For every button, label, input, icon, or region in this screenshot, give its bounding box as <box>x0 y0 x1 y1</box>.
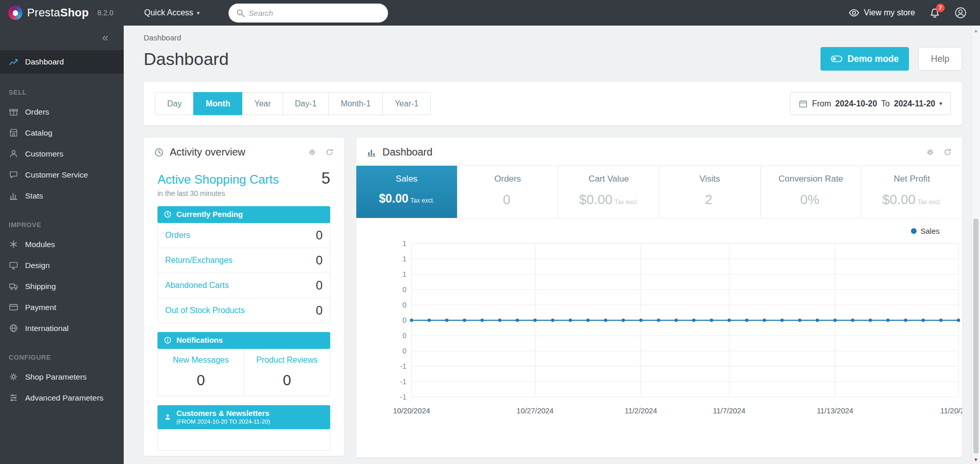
sidebar-item-dashboard[interactable]: Dashboard <box>0 50 124 74</box>
sidebar: « Dashboard SELL Orders Catalog Customer… <box>0 26 124 464</box>
sidebar-item-advanced-parameters[interactable]: Advanced Parameters <box>0 387 124 408</box>
svg-text:10/20/2024: 10/20/2024 <box>393 407 430 415</box>
search-input[interactable] <box>229 4 388 23</box>
svg-text:-1: -1 <box>400 393 407 401</box>
section-label: CONFIGURE <box>0 353 124 366</box>
eye-icon <box>849 8 859 18</box>
customers-table-placeholder <box>157 429 330 451</box>
metric-orders[interactable]: Orders 0 <box>457 166 558 218</box>
metric-sales[interactable]: Sales $0.00Tax excl. <box>356 166 457 218</box>
returns-link[interactable]: Return/Exchanges <box>165 256 233 265</box>
svg-text:0: 0 <box>402 285 406 294</box>
prestashop-logo-icon <box>8 6 22 20</box>
version-label: 8.2.0 <box>98 9 113 17</box>
pending-table: Orders 0 Return/Exchanges 0 Abandoned Ca… <box>157 223 330 323</box>
abandoned-carts-link[interactable]: Abandoned Carts <box>165 281 229 290</box>
store-icon <box>9 128 18 138</box>
scroll-down-arrow[interactable]: ▼ <box>972 457 980 462</box>
sidebar-item-modules[interactable]: Modules <box>0 234 124 255</box>
sidebar-item-international[interactable]: International <box>0 318 124 339</box>
orders-link[interactable]: Orders <box>165 231 190 240</box>
notifications-button[interactable]: 7 <box>929 8 940 18</box>
clock-icon <box>164 210 172 218</box>
sidebar-item-payment[interactable]: Payment <box>0 297 124 318</box>
sidebar-item-catalog[interactable]: Catalog <box>0 122 124 143</box>
svg-text:0: 0 <box>402 301 406 309</box>
quick-access-menu[interactable]: Quick Access ▾ <box>144 8 200 17</box>
chart-legend[interactable]: Sales <box>356 227 940 235</box>
preset-year-button[interactable]: Year <box>242 92 283 115</box>
gear-icon[interactable] <box>308 148 316 157</box>
product-reviews-cell: Product Reviews 0 <box>244 349 330 396</box>
sidebar-item-stats[interactable]: Stats <box>0 185 124 206</box>
scrollbar-thumb[interactable] <box>973 218 978 454</box>
active-shopping-carts-link[interactable]: Active Shopping Carts <box>157 172 279 187</box>
view-store-button[interactable]: View my store <box>849 8 915 18</box>
sidebar-item-customers[interactable]: Customers <box>0 143 124 164</box>
panel-title: Dashboard <box>382 146 432 158</box>
panel-title: Activity overview <box>170 146 245 158</box>
refresh-icon[interactable] <box>943 148 952 157</box>
brand[interactable]: PrestaShop 8.2.0 <box>0 6 124 20</box>
sidebar-item-design[interactable]: Design <box>0 255 124 276</box>
out-of-stock-link[interactable]: Out of Stock Products <box>165 306 245 315</box>
demo-mode-button[interactable]: Demo mode <box>821 47 909 71</box>
globe-icon <box>9 323 18 333</box>
sales-chart: 11100000-1-1-110/20/202410/27/202411/2/2… <box>362 236 962 427</box>
product-reviews-link[interactable]: Product Reviews <box>246 356 328 365</box>
sidebar-item-customer-service[interactable]: Customer Service <box>0 164 124 185</box>
preset-day-1-button[interactable]: Day-1 <box>283 92 329 115</box>
table-row: Abandoned Carts 0 <box>158 273 330 298</box>
sidebar-item-shop-parameters[interactable]: Shop Parameters <box>0 366 124 387</box>
filter-bar: Day Month Year Day-1 Month-1 Year-1 From… <box>144 82 962 125</box>
preset-day-button[interactable]: Day <box>155 92 194 115</box>
person-icon <box>9 149 18 159</box>
date-preset-group: Day Month Year Day-1 Month-1 Year-1 <box>155 92 431 115</box>
scroll-up-arrow[interactable]: ▲ <box>972 28 980 33</box>
preset-month-button[interactable]: Month <box>193 92 242 115</box>
table-row: Return/Exchanges 0 <box>158 248 330 273</box>
search-box <box>229 4 388 23</box>
modules-icon <box>9 239 18 249</box>
clock-icon <box>154 147 164 158</box>
info-icon <box>164 336 172 344</box>
breadcrumb: Dashboard <box>144 33 962 42</box>
bar-chart-icon <box>9 191 18 201</box>
toggle-icon <box>831 54 842 64</box>
chat-icon <box>9 170 18 180</box>
sidebar-section-configure: CONFIGURE Shop Parameters Advanced Param… <box>0 353 124 408</box>
refresh-icon[interactable] <box>325 148 334 157</box>
trend-up-icon <box>9 57 18 67</box>
sidebar-item-orders[interactable]: Orders <box>0 101 124 122</box>
page-title: Dashboard <box>144 49 229 69</box>
svg-text:1: 1 <box>402 270 406 278</box>
metrics-row: Sales $0.00Tax excl. Orders 0 Cart Value… <box>356 165 962 218</box>
vertical-scrollbar[interactable]: ▲ ▼ <box>971 26 980 464</box>
sidebar-collapse-button[interactable]: « <box>0 26 124 50</box>
svg-text:11/2/2024: 11/2/2024 <box>625 407 657 415</box>
sidebar-section-improve: IMPROVE Modules Design Shipping Payment … <box>0 221 124 339</box>
preset-month-1-button[interactable]: Month-1 <box>328 92 383 115</box>
currently-pending-header: Currently Pending <box>157 206 330 223</box>
gear-icon[interactable] <box>926 148 935 157</box>
new-messages-link[interactable]: New Messages <box>160 356 242 365</box>
new-messages-cell: New Messages 0 <box>158 349 244 396</box>
svg-text:11/7/2024: 11/7/2024 <box>713 407 745 415</box>
credit-card-icon <box>9 302 18 312</box>
sidebar-item-shipping[interactable]: Shipping <box>0 276 124 297</box>
topbar-right: View my store 7 <box>849 7 980 19</box>
metric-visits[interactable]: Visits 2 <box>659 166 760 218</box>
svg-text:1: 1 <box>402 255 406 263</box>
metric-net-profit[interactable]: Net Profit $0.00Tax excl. <box>861 166 962 218</box>
metric-cart-value[interactable]: Cart Value $0.00Tax excl. <box>558 166 659 218</box>
preset-year-1-button[interactable]: Year-1 <box>382 92 431 115</box>
account-menu-button[interactable] <box>954 7 967 19</box>
date-range-picker[interactable]: From 2024-10-20 To 2024-11-20 ▾ <box>790 92 951 115</box>
metric-conversion-rate[interactable]: Conversion Rate 0% <box>760 166 861 218</box>
customers-newsletters-header: Customers & Newsletters (FROM 2024-10-20… <box>157 405 330 429</box>
customers-date-range: (FROM 2024-10-20 TO 2024-11-20) <box>176 418 270 425</box>
brand-text: PrestaShop <box>27 6 89 19</box>
svg-text:-1: -1 <box>400 378 407 386</box>
legend-dot-icon <box>911 228 917 234</box>
help-button[interactable]: Help <box>918 47 962 71</box>
